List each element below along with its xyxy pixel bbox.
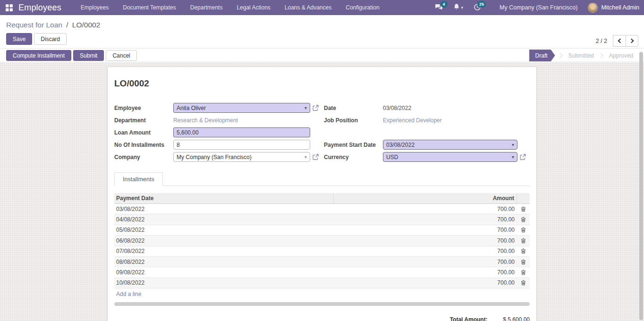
table-row[interactable]: 09/08/2022 700.00 bbox=[114, 267, 530, 278]
nav-legal-actions[interactable]: Legal Actions bbox=[229, 0, 277, 15]
user-name: Mitchell Admin bbox=[601, 4, 639, 11]
chevron-right-icon bbox=[629, 39, 634, 43]
messages-button[interactable]: 4 bbox=[430, 0, 448, 15]
cancel-button[interactable]: Cancel bbox=[106, 50, 136, 61]
nav-departments[interactable]: Departments bbox=[183, 0, 230, 15]
bell-icon bbox=[453, 3, 460, 12]
total-amount-label: Total Amount: bbox=[450, 316, 488, 321]
app-window: Employees Employees Document Templates D… bbox=[0, 0, 644, 321]
activities-button[interactable]: 25 bbox=[468, 0, 486, 15]
pager-next-button[interactable] bbox=[626, 35, 638, 47]
company-switcher[interactable]: My Company (San Francisco) bbox=[500, 4, 577, 11]
amount-cell[interactable]: 700.00 bbox=[334, 269, 517, 276]
column-header-payment-date[interactable]: Payment Date bbox=[114, 193, 334, 203]
amount-cell[interactable]: 700.00 bbox=[334, 279, 517, 286]
form-view-background: LO/0002 Employee Anita Oliver ▾ bbox=[0, 63, 644, 321]
notifications-button[interactable]: ▾ bbox=[448, 0, 469, 15]
table-row[interactable]: 04/08/2022 700.00 bbox=[114, 214, 530, 225]
pager-previous-button[interactable] bbox=[613, 35, 626, 47]
nav-document-templates[interactable]: Document Templates bbox=[116, 0, 183, 15]
total-amount-value: $ 5,600.00 bbox=[489, 316, 530, 321]
amount-cell[interactable]: 700.00 bbox=[334, 237, 517, 244]
job-position-label: Job Position bbox=[324, 117, 383, 124]
discard-button[interactable]: Discard bbox=[34, 33, 67, 45]
total-row: Total Amount: $ 5,600.00 bbox=[114, 316, 530, 321]
save-button[interactable]: Save bbox=[6, 33, 32, 45]
column-header-amount[interactable]: Amount bbox=[334, 193, 517, 203]
table-row[interactable]: 03/08/2022 700.00 bbox=[114, 204, 530, 214]
amount-cell[interactable]: 700.00 bbox=[334, 216, 517, 223]
apps-grid-icon[interactable] bbox=[6, 4, 13, 11]
top-navbar: Employees Employees Document Templates D… bbox=[0, 0, 644, 15]
amount-cell[interactable]: 700.00 bbox=[334, 248, 517, 254]
page-scrollbar-thumb[interactable] bbox=[639, 52, 643, 320]
delete-row-button[interactable] bbox=[517, 280, 530, 286]
stage-approved[interactable]: Approved bbox=[607, 52, 635, 59]
amount-cell[interactable]: 700.00 bbox=[334, 259, 517, 265]
payment-start-date-select[interactable]: 03/08/2022 ▾ bbox=[383, 140, 517, 150]
payment-date-cell[interactable]: 03/08/2022 bbox=[114, 206, 334, 212]
currency-label: Currency bbox=[324, 154, 383, 160]
compute-installment-button[interactable]: Compute Installment bbox=[6, 50, 71, 61]
payment-date-cell[interactable]: 06/08/2022 bbox=[114, 237, 334, 244]
date-label: Date bbox=[324, 105, 383, 111]
table-row[interactable]: 10/08/2022 700.00 bbox=[114, 278, 530, 288]
pager-counter: 2 / 2 bbox=[596, 38, 607, 44]
delete-row-button[interactable] bbox=[517, 238, 530, 244]
user-menu[interactable]: Mitchell Admin bbox=[588, 3, 639, 13]
employee-select[interactable]: Anita Oliver ▾ bbox=[173, 103, 310, 113]
app-name[interactable]: Employees bbox=[18, 3, 61, 13]
delete-row-button[interactable] bbox=[517, 206, 530, 212]
action-button-bar: Compute Installment Submit Cancel Draft … bbox=[0, 49, 644, 62]
amount-cell[interactable]: 700.00 bbox=[334, 227, 517, 233]
payment-date-cell[interactable]: 04/08/2022 bbox=[114, 216, 334, 223]
department-label: Department bbox=[114, 117, 173, 124]
add-a-line-link[interactable]: Add a line bbox=[114, 288, 530, 300]
delete-row-button[interactable] bbox=[517, 217, 530, 222]
notebook: Installments Payment Date Amount 03/08/2… bbox=[114, 172, 530, 321]
statusbar: Draft Submitted Approved bbox=[529, 50, 635, 61]
breadcrumb: Request for Loan / LO/0002 bbox=[6, 21, 100, 29]
table-row[interactable]: 06/08/2022 700.00 bbox=[114, 236, 530, 246]
company-select[interactable]: My Company (San Francisco) ▾ bbox=[173, 152, 310, 162]
installments-table: Payment Date Amount 03/08/2022 700.00 04… bbox=[114, 193, 530, 321]
delete-row-button[interactable] bbox=[517, 227, 530, 233]
table-horizontal-scrollbar[interactable] bbox=[114, 302, 530, 306]
amount-cell[interactable]: 700.00 bbox=[334, 206, 517, 212]
caret-down-icon: ▾ bbox=[512, 142, 514, 147]
page-scrollbar[interactable] bbox=[639, 49, 644, 321]
nav-employees[interactable]: Employees bbox=[74, 0, 116, 15]
submit-button[interactable]: Submit bbox=[73, 50, 104, 61]
caret-down-icon: ▾ bbox=[305, 154, 307, 160]
employee-external-link-icon[interactable] bbox=[313, 105, 319, 111]
nav-loans-advances[interactable]: Loans & Advances bbox=[278, 0, 339, 15]
payment-date-cell[interactable]: 07/08/2022 bbox=[114, 248, 334, 254]
save-discard-row: Save Discard bbox=[6, 33, 67, 45]
currency-external-link-icon[interactable] bbox=[520, 154, 526, 160]
tab-installments[interactable]: Installments bbox=[114, 172, 163, 186]
breadcrumb-parent-link[interactable]: Request for Loan bbox=[6, 21, 62, 29]
installments-input[interactable] bbox=[173, 140, 310, 150]
company-external-link-icon[interactable] bbox=[313, 154, 319, 160]
nav-configuration[interactable]: Configuration bbox=[339, 0, 386, 15]
stage-separator-icon bbox=[557, 53, 562, 58]
navbar-right: 4 ▾ 25 bbox=[430, 0, 639, 15]
stage-submitted[interactable]: Submitted bbox=[567, 52, 596, 59]
table-row[interactable]: 07/08/2022 700.00 bbox=[114, 246, 530, 257]
delete-row-button[interactable] bbox=[517, 270, 530, 275]
employee-value: Anita Oliver bbox=[177, 105, 206, 111]
delete-row-button[interactable] bbox=[517, 248, 530, 254]
table-header: Payment Date Amount bbox=[114, 193, 530, 204]
stage-draft[interactable]: Draft bbox=[529, 50, 555, 61]
delete-row-button[interactable] bbox=[517, 259, 530, 265]
payment-date-cell[interactable]: 05/08/2022 bbox=[114, 227, 334, 233]
loan-amount-input[interactable] bbox=[173, 127, 310, 137]
payment-date-cell[interactable]: 10/08/2022 bbox=[114, 279, 334, 286]
navbar-left: Employees Employees Document Templates D… bbox=[6, 0, 387, 15]
table-row[interactable]: 08/08/2022 700.00 bbox=[114, 257, 530, 267]
table-row[interactable]: 05/08/2022 700.00 bbox=[114, 225, 530, 236]
payment-date-cell[interactable]: 09/08/2022 bbox=[114, 269, 334, 276]
currency-select[interactable]: USD ▾ bbox=[383, 152, 517, 162]
payment-date-cell[interactable]: 08/08/2022 bbox=[114, 259, 334, 265]
messages-badge: 4 bbox=[441, 1, 448, 8]
